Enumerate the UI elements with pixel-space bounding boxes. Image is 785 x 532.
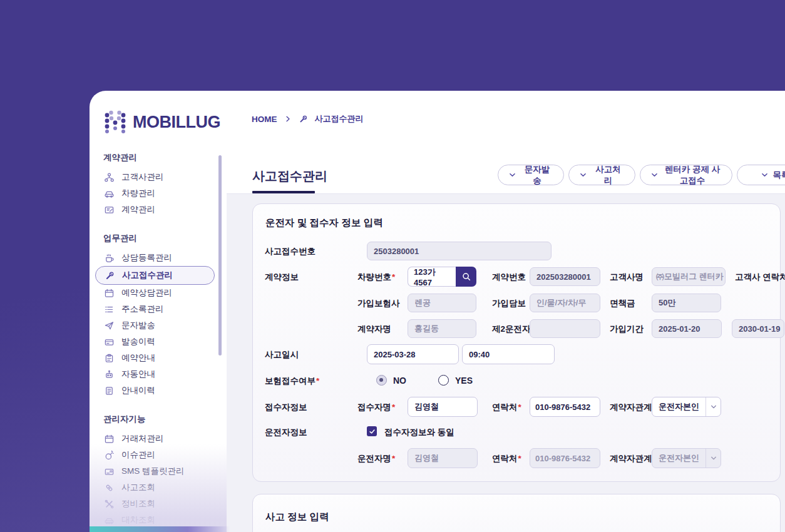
deductible-label: 면책금 bbox=[610, 298, 635, 309]
accident-process-button[interactable]: 사고처리 bbox=[568, 165, 635, 185]
section-title: 운전자 및 접수자 정보 입력 bbox=[265, 217, 383, 230]
sidebar-item-notice-template[interactable]: 안내 템플릿관리 bbox=[103, 528, 226, 532]
chevron-down-icon bbox=[705, 397, 721, 416]
sidebar-item-loaner-search[interactable]: 대차조회 bbox=[103, 512, 226, 528]
nav-section-title: 계약관리 bbox=[103, 152, 226, 163]
note-icon bbox=[103, 385, 115, 396]
deductible-input: 50만 bbox=[652, 294, 721, 312]
required-mark: * bbox=[518, 402, 521, 412]
contractor-label: 계약자명 bbox=[357, 324, 391, 335]
send-icon bbox=[103, 320, 115, 331]
truck-icon bbox=[103, 514, 115, 526]
driver-name-input: 김영철 bbox=[408, 448, 478, 468]
wrench-icon bbox=[104, 270, 115, 281]
sidebar-item-vehicle-mgmt[interactable]: 차량관리 bbox=[103, 185, 226, 202]
sidebar-item-sms-template[interactable]: SMS 템플릿관리 bbox=[103, 463, 226, 479]
nav-section-admin: 관리자기능 거래처관리 이슈관리 SMS 템플릿관리 사고조회 정비조회 bbox=[103, 414, 226, 532]
receiver-contact-input[interactable]: 010-9876-5432 bbox=[530, 397, 600, 417]
sidebar-item-notice-history[interactable]: 안내이력 bbox=[103, 382, 226, 399]
header-divider bbox=[227, 193, 785, 194]
bandage-icon bbox=[103, 482, 115, 493]
sidebar-scrollbar[interactable] bbox=[218, 155, 222, 356]
period-label: 가입기간 bbox=[610, 324, 644, 335]
required-mark: * bbox=[316, 376, 319, 386]
app-card: MOBILLUG HOME 사고접수관리 계약관리 고객사관리 bbox=[90, 91, 785, 532]
sidebar-item-auto-notice[interactable]: 자동안내 bbox=[103, 366, 226, 382]
sidebar-item-issue-mgmt[interactable]: 이슈관리 bbox=[103, 447, 226, 463]
nav-section-tasks: 업무관리 상담등록관리 사고접수관리 예약상담관리 주소록관리 문자발송 bbox=[103, 233, 226, 399]
breadcrumb-home-link[interactable]: HOME bbox=[252, 115, 277, 124]
nav-section-title: 관리자기능 bbox=[103, 414, 226, 425]
sidebar-item-address-book[interactable]: 주소록관리 bbox=[103, 301, 226, 317]
vehicle-no-input[interactable]: 123가4567 bbox=[408, 267, 456, 287]
sidebar-item-sms-send[interactable]: 문자발송 bbox=[103, 317, 226, 334]
radio-yes-label: YES bbox=[455, 376, 473, 386]
insurance-received-radios: NO YES bbox=[376, 375, 473, 386]
required-mark: * bbox=[518, 454, 521, 463]
required-mark: * bbox=[392, 402, 395, 412]
receiver-relation-select[interactable]: 운전자본인 bbox=[652, 397, 721, 417]
radio-yes[interactable] bbox=[438, 375, 449, 386]
chevron-down-icon bbox=[579, 171, 587, 179]
same-as-receiver-label[interactable]: 접수자정보와 동일 bbox=[384, 427, 454, 438]
page-title-underline bbox=[252, 191, 315, 193]
receiver-name-input[interactable]: 김영철 bbox=[408, 397, 478, 417]
calendar-icon bbox=[103, 287, 115, 299]
period-from-input: 2025-01-20 bbox=[652, 319, 722, 338]
sidebar-item-vendor-mgmt[interactable]: 거래처관리 bbox=[103, 431, 226, 447]
org-chart-icon bbox=[103, 171, 115, 183]
sidebar-nav: 계약관리 고객사관리 차량관리 계약관리 업무관리 상담등록관리 bbox=[103, 152, 226, 532]
clipboard-icon bbox=[103, 352, 115, 364]
chevron-right-icon bbox=[284, 115, 292, 123]
radio-no[interactable] bbox=[376, 375, 387, 386]
section-title: 사고 정보 입력 bbox=[265, 511, 329, 524]
document-icon bbox=[103, 204, 115, 215]
period-to-input: 2030-01-19 bbox=[732, 319, 784, 338]
customer-name-label: 고객사명 bbox=[610, 272, 644, 283]
sms-icon bbox=[103, 466, 115, 477]
receiver-contact-label: 연락처* bbox=[492, 402, 521, 413]
driver-contact-label: 연락처* bbox=[492, 453, 521, 464]
toolbar: 문자발송 사고처리 렌터카 공제 사고접수 목록 bbox=[498, 165, 785, 185]
sidebar-item-customer-mgmt[interactable]: 고객사관리 bbox=[103, 169, 226, 185]
tools-icon bbox=[103, 498, 115, 509]
search-icon bbox=[461, 272, 471, 282]
accident-time-input[interactable]: 09:40 bbox=[462, 344, 555, 364]
sidebar-item-consult-reg[interactable]: 상담등록관리 bbox=[103, 250, 226, 266]
mobillug-m-icon bbox=[103, 110, 127, 135]
chevron-down-icon bbox=[705, 449, 721, 468]
chevron-down-icon bbox=[508, 171, 516, 179]
sidebar-item-contract-mgmt[interactable]: 계약관리 bbox=[103, 202, 226, 218]
sidebar-item-accident-reception[interactable]: 사고접수관리 bbox=[95, 266, 215, 285]
page-background: MOBILLUG HOME 사고접수관리 계약관리 고객사관리 bbox=[0, 0, 785, 532]
sidebar-item-accident-search[interactable]: 사고조회 bbox=[103, 479, 226, 496]
driver-relation-select: 운전자본인 bbox=[652, 448, 721, 468]
sidebar-item-reserve-consult[interactable]: 예약상담관리 bbox=[103, 285, 226, 301]
sidebar-item-reserve-notice[interactable]: 예약안내 bbox=[103, 350, 226, 366]
accident-no-input: 2503280001 bbox=[367, 242, 552, 260]
driver-contact-input: 010-9876-5432 bbox=[530, 448, 600, 468]
same-as-receiver-checkbox[interactable] bbox=[367, 426, 377, 436]
required-mark: * bbox=[392, 454, 395, 463]
radio-no-label: NO bbox=[393, 376, 406, 386]
nav-section-contracts: 계약관리 고객사관리 차량관리 계약관리 bbox=[103, 152, 226, 218]
sms-send-button[interactable]: 문자발송 bbox=[498, 165, 564, 185]
sidebar-item-send-history[interactable]: 발송이력 bbox=[103, 334, 226, 350]
chevron-down-icon bbox=[761, 171, 769, 179]
insurer-label: 가입보험사 bbox=[357, 298, 400, 309]
breadcrumb: HOME 사고접수관리 bbox=[252, 113, 364, 125]
sidebar-item-repair-search[interactable]: 정비조회 bbox=[103, 496, 226, 512]
driver-name-label: 운전자명* bbox=[357, 453, 395, 464]
contractor-input: 홍길동 bbox=[408, 319, 476, 338]
second-driver-input bbox=[530, 319, 600, 338]
vehicle-no-label: 차량번호* bbox=[357, 272, 395, 283]
vehicle-search-button[interactable] bbox=[456, 267, 476, 287]
driver-relation-label: 계약자관계* bbox=[610, 453, 656, 464]
accident-no-label: 사고접수번호 bbox=[265, 246, 316, 257]
car-icon bbox=[103, 188, 115, 199]
contract-no-input: 202503280001 bbox=[530, 267, 600, 286]
rentcar-mutual-aid-button[interactable]: 렌터카 공제 사고접수 bbox=[640, 165, 732, 185]
accident-date-input[interactable]: 2025-03-28 bbox=[367, 344, 459, 364]
accident-datetime-label: 사고일시 bbox=[265, 349, 299, 361]
list-button[interactable]: 목록 bbox=[737, 165, 785, 185]
